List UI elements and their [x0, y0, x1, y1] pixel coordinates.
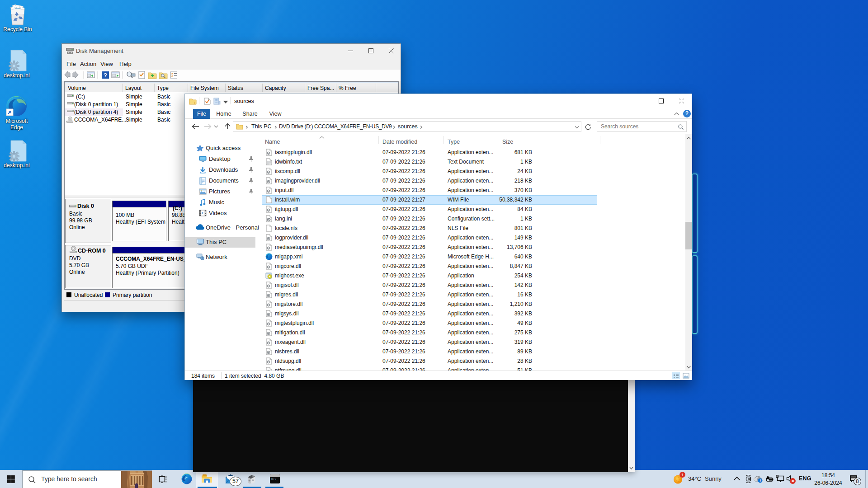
svg-text:?: ? [104, 72, 107, 79]
svg-text:C:\_: C:\_ [271, 478, 278, 481]
